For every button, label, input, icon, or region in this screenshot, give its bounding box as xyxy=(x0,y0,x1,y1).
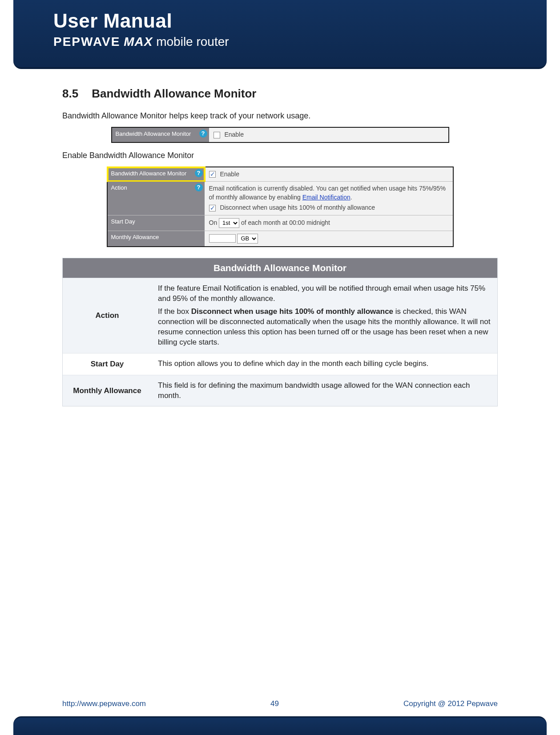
footer-page: 49 xyxy=(270,699,279,708)
ref-label-monthly: Monthly Allowance xyxy=(63,375,152,406)
table-row: Action If the feature Email Notification… xyxy=(63,278,497,353)
ref-label-action: Action xyxy=(63,278,152,353)
ref-label-startday: Start Day xyxy=(63,353,152,375)
product-suffix: mobile router xyxy=(156,35,229,49)
panel2-bam-label: Bandwidth Allowance Monitor ? xyxy=(108,167,205,182)
panel-bam-disabled: Bandwidth Allowance Monitor ? Enable xyxy=(111,127,449,143)
enable-checkbox[interactable] xyxy=(209,171,216,178)
footer-band xyxy=(13,716,547,735)
ref-desc-startday: This option allows you to define which d… xyxy=(152,353,497,375)
reference-table-title: Bandwidth Allowance Monitor xyxy=(63,258,497,278)
panel1-label: Bandwidth Allowance Monitor ? xyxy=(112,128,209,142)
brand-name: PEPWAVE xyxy=(53,35,120,49)
panel2-monthly-value: GB xyxy=(205,231,453,246)
panel1-value: Enable xyxy=(209,128,448,142)
panel2-startday-label-text: Start Day xyxy=(111,218,135,225)
panel2-monthly-label-text: Monthly Allowance xyxy=(111,234,159,240)
header-band: User Manual PEPWAVE MAX mobile router xyxy=(13,0,547,69)
monthly-unit-select[interactable]: GB xyxy=(237,234,258,244)
panel2-bam-value: Enable xyxy=(205,167,453,182)
email-notification-link[interactable]: Email Notification xyxy=(302,194,351,201)
help-icon[interactable]: ? xyxy=(195,169,203,177)
table-row: Monthly Allowance This field is for defi… xyxy=(63,375,497,406)
doc-title: User Manual xyxy=(53,10,229,32)
page: User Manual PEPWAVE MAX mobile router 8.… xyxy=(0,0,560,735)
enable-label: Enable xyxy=(220,171,239,178)
enable-caption: Enable Bandwidth Allowance Monitor xyxy=(62,151,498,160)
ref-desc-monthly: This field is for defining the maximum b… xyxy=(152,375,497,406)
panel2-startday-label: Start Day xyxy=(108,215,205,231)
ref-action-p2: If the box Disconnect when usage hits 10… xyxy=(158,307,491,348)
help-icon[interactable]: ? xyxy=(199,130,207,138)
section-title: Bandwidth Allowance Monitor xyxy=(92,87,256,100)
panel2-action-value: Email notification is currently disabled… xyxy=(205,182,453,215)
panel2-startday-value: On 1st of each month at 00:00 midnight xyxy=(205,215,453,231)
panel2-action-label: Action ? xyxy=(108,182,205,215)
startday-suffix: of each month at 00:00 midnight xyxy=(241,219,330,226)
panel1-label-text: Bandwidth Allowance Monitor xyxy=(116,130,191,137)
section-number: 8.5 xyxy=(62,87,78,100)
footer-copyright: Copyright @ 2012 Pepwave xyxy=(403,699,498,708)
content-area: 8.5Bandwidth Allowance Monitor Bandwidth… xyxy=(0,69,560,415)
product-name: MAX xyxy=(124,35,153,49)
startday-select[interactable]: 1st xyxy=(219,218,239,228)
reference-table: Bandwidth Allowance Monitor Action If th… xyxy=(62,258,498,407)
footer-url: http://www.pepwave.com xyxy=(62,699,146,708)
disconnect-checkbox[interactable] xyxy=(209,205,216,211)
section-heading: 8.5Bandwidth Allowance Monitor xyxy=(62,87,498,101)
ref-desc-action: If the feature Email Notification is ena… xyxy=(152,278,497,353)
enable-label: Enable xyxy=(224,131,244,138)
disconnect-label: Disconnect when usage hits 100% of month… xyxy=(220,204,375,211)
panel2-action-label-text: Action xyxy=(111,184,127,191)
page-footer: http://www.pepwave.com 49 Copyright @ 20… xyxy=(0,699,560,708)
table-row: Start Day This option allows you to defi… xyxy=(63,353,497,375)
panel-bam-enabled: Bandwidth Allowance Monitor ? Enable Act… xyxy=(107,166,454,247)
doc-subtitle: PEPWAVE MAX mobile router xyxy=(53,35,229,49)
enable-checkbox[interactable] xyxy=(214,132,220,138)
monthly-input[interactable] xyxy=(209,234,236,243)
panel2-bam-label-text: Bandwidth Allowance Monitor xyxy=(111,170,187,177)
action-text-post: . xyxy=(351,194,352,201)
ref-action-p1: If the feature Email Notification is ena… xyxy=(158,284,491,304)
panel2-monthly-label: Monthly Allowance xyxy=(108,231,205,246)
section-intro: Bandwidth Allowance Monitor helps keep t… xyxy=(62,111,498,121)
help-icon[interactable]: ? xyxy=(195,183,203,191)
startday-prefix: On xyxy=(209,219,218,226)
